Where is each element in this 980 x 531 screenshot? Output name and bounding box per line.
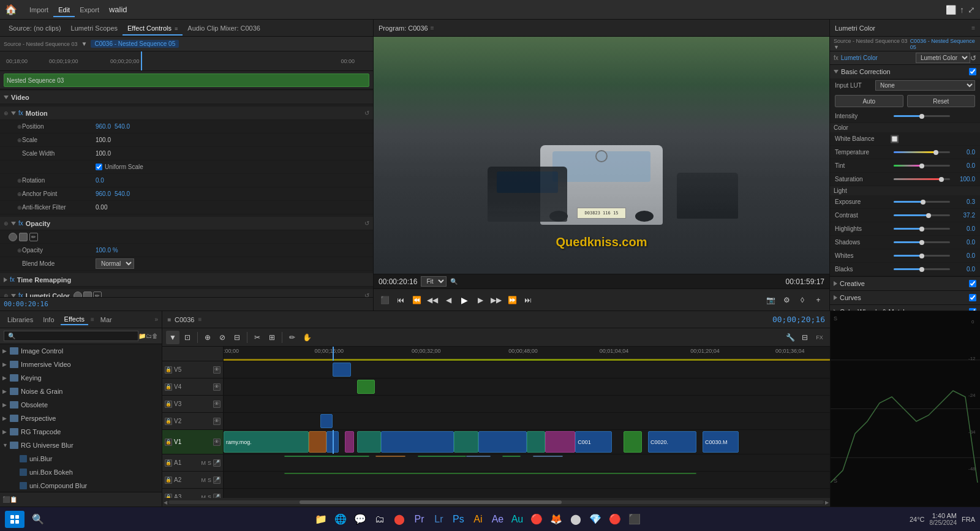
effects-search-input[interactable]: [4, 331, 138, 341]
effect-image-control[interactable]: ▶ Image Control: [0, 344, 162, 358]
track-a2-mic[interactable]: 🎤: [213, 476, 221, 484]
tab-libraries[interactable]: Libraries: [4, 315, 37, 325]
effects-bottom-btn1[interactable]: ⬛: [2, 496, 10, 503]
clip-v2-1[interactable]: [320, 414, 333, 428]
btn-step-forward[interactable]: ⏩: [505, 293, 519, 307]
start-button[interactable]: [5, 511, 24, 528]
taskbar-app3[interactable]: ⬤: [567, 511, 584, 528]
curves-section-header[interactable]: Curves: [830, 291, 980, 304]
tl-select-tool[interactable]: ▼: [166, 331, 179, 344]
audio-clip-a1-6[interactable]: [533, 456, 564, 457]
curves-checkbox[interactable]: [969, 294, 976, 301]
restore-icon[interactable]: ⤢: [968, 5, 975, 15]
clip-v1-green1[interactable]: [624, 431, 642, 453]
temperature-value[interactable]: 0.0: [954, 149, 975, 156]
fullscreen-icon[interactable]: ⬜: [946, 5, 956, 15]
effect-rg-universe-blur[interactable]: ▼ RG Universe Blur: [0, 439, 162, 452]
track-a3-lock[interactable]: 🔒: [165, 494, 172, 499]
track-v2-eye[interactable]: 👁: [213, 418, 221, 425]
eyedropper-icon[interactable]: 🔲: [890, 135, 899, 143]
effect-immersive-video[interactable]: ▶ Immersive Video: [0, 358, 162, 371]
clip-v1-c0030m[interactable]: C0030.M: [703, 431, 739, 453]
clip-v1-7[interactable]: [454, 431, 478, 453]
taskbar-audition[interactable]: Au: [508, 511, 526, 528]
tab-source[interactable]: Source: (no clips): [4, 23, 66, 34]
clip-v1-8[interactable]: [478, 431, 527, 453]
tab-audio-clip-mixer[interactable]: Audio Clip Mixer: C0036: [183, 23, 265, 34]
highlights-value[interactable]: 0.0: [954, 225, 975, 232]
timeline-ruler[interactable]: :00;00 00;00;16;00 00;00;32;00 00;00;48;…: [224, 347, 830, 361]
tab-effects[interactable]: Effects: [61, 314, 88, 325]
track-a1-mic[interactable]: 🎤: [213, 459, 221, 467]
clip-v1-6[interactable]: [381, 431, 454, 453]
tab-lumetri-scopes[interactable]: Lumetri Scopes: [66, 23, 123, 34]
clip-v5-1[interactable]: [333, 363, 351, 377]
track-v3-lock[interactable]: 🔒: [165, 401, 172, 408]
track-v1-lock[interactable]: 🔒: [165, 439, 172, 446]
motion-section-header[interactable]: ⊕ fx Motion ↺: [0, 107, 373, 120]
shadows-value[interactable]: 0.0: [954, 239, 975, 246]
track-v2-content[interactable]: [224, 413, 830, 429]
btn-end[interactable]: ⏭: [521, 293, 535, 307]
btn-frame-back[interactable]: ⏪: [409, 293, 424, 307]
taskbar-file-explorer[interactable]: 📁: [312, 511, 330, 528]
tl-slip[interactable]: ⊞: [265, 331, 279, 344]
reset-btn[interactable]: Reset: [907, 95, 976, 107]
basic-correction-header[interactable]: Basic Correction: [830, 65, 980, 78]
auto-btn[interactable]: Auto: [835, 95, 903, 107]
track-v3-content[interactable]: [224, 396, 830, 412]
taskbar-premiere[interactable]: Pr: [410, 511, 428, 528]
effect-uni-blur[interactable]: uni.Blur: [0, 452, 162, 465]
tl-pen[interactable]: ✏: [285, 331, 299, 344]
tab-effect-controls[interactable]: Effect Controls ≡: [123, 23, 183, 34]
clip-v1-c001[interactable]: C001: [575, 431, 611, 453]
effect-rg-trapcode[interactable]: ▶ RG Trapcode: [0, 425, 162, 439]
taskbar-edge[interactable]: 🌐: [332, 511, 349, 528]
track-v4-content[interactable]: [224, 378, 830, 395]
menu-item-export[interactable]: Export: [75, 4, 104, 15]
tint-value[interactable]: 0.0: [954, 162, 975, 169]
track-v1-eye[interactable]: 👁: [213, 439, 221, 446]
clip-v1-10[interactable]: [545, 431, 576, 453]
taskbar-app5[interactable]: 🔴: [606, 511, 624, 528]
nested-sequence-item[interactable]: Nested Sequence 03: [4, 73, 369, 87]
lumetri-color-header[interactable]: ⊕ fx Lumetri Color ✏ ↺: [0, 289, 373, 297]
audio-clip-a1-2[interactable]: [375, 456, 406, 457]
audio-clip-a1-4[interactable]: [466, 456, 491, 457]
btn-export-frame[interactable]: 📷: [763, 293, 778, 307]
taskbar-search[interactable]: 🔍: [29, 511, 47, 528]
tl-wrench[interactable]: 🔧: [783, 331, 797, 344]
tl-ripple-edit[interactable]: ⊕: [201, 331, 214, 344]
tl-rate-stretch[interactable]: ⊟: [230, 331, 244, 344]
timeline-scrollbar[interactable]: ◀ ▶: [162, 498, 830, 507]
tl-fx[interactable]: FX: [813, 331, 826, 344]
taskbar-files[interactable]: 🗂: [371, 511, 388, 528]
timeline-timecode[interactable]: 00;00;20;16: [772, 315, 825, 324]
btn-rewind[interactable]: ◀◀: [425, 293, 440, 307]
btn-play[interactable]: ▶: [457, 293, 472, 307]
taskbar-illustrator[interactable]: Ai: [469, 511, 486, 528]
effect-keying[interactable]: ▶ Keying: [0, 371, 162, 385]
taskbar-app1[interactable]: 🔴: [528, 511, 545, 528]
uniform-scale-checkbox[interactable]: [96, 164, 102, 170]
track-a3-content[interactable]: [224, 489, 830, 498]
audio-clip-a1-3[interactable]: [418, 456, 466, 457]
effect-uni-box-bokeh[interactable]: uni.Box Bokeh: [0, 465, 162, 479]
video-section-header[interactable]: Video: [0, 91, 373, 104]
btn-markers[interactable]: ◊: [795, 293, 810, 307]
track-v2-lock[interactable]: 🔒: [165, 418, 172, 425]
taskbar-chrome[interactable]: ⬤: [391, 511, 408, 528]
audio-clip-a1-1[interactable]: [284, 456, 369, 457]
blend-mode-select[interactable]: Normal: [96, 258, 134, 269]
effect-uni-compound-blur[interactable]: uni.Compound Blur: [0, 479, 162, 492]
btn-step-back[interactable]: ⏮: [393, 293, 408, 307]
audio-clip-a1-5[interactable]: [502, 456, 521, 457]
taskbar-app2[interactable]: 🦊: [548, 511, 565, 528]
color-wheels-header[interactable]: Color Wheels & Match: [830, 305, 980, 311]
whites-value[interactable]: 0.0: [954, 252, 975, 259]
blacks-value[interactable]: 0.0: [954, 266, 975, 273]
track-v3-eye[interactable]: 👁: [213, 401, 221, 408]
tab-info[interactable]: Info: [39, 315, 58, 325]
effects-bottom-btn2[interactable]: 📋: [10, 496, 17, 503]
taskbar-app6[interactable]: ⬛: [626, 511, 643, 528]
